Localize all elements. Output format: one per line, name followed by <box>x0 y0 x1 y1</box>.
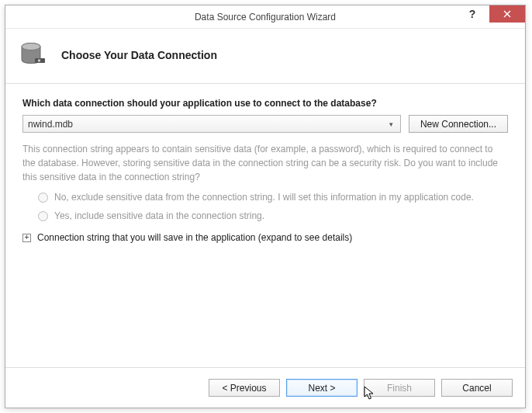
wizard-content: Which data connection should your applic… <box>5 84 525 367</box>
expander-label: Connection string that you will save in … <box>37 232 352 243</box>
svg-point-3 <box>22 43 40 50</box>
svg-rect-5 <box>35 58 37 63</box>
connection-dropdown[interactable]: nwind.mdb ▾ <box>22 115 401 133</box>
new-connection-label: New Connection... <box>420 119 496 130</box>
finish-button: Finish <box>364 379 435 397</box>
connection-string-expander[interactable]: + Connection string that you will save i… <box>22 232 508 243</box>
next-button[interactable]: Next > <box>286 379 358 397</box>
window-title: Data Source Configuration Wizard <box>195 12 336 23</box>
wizard-header: Choose Your Data Connection <box>5 29 525 84</box>
radio-exclude-sensitive: No, exclude sensitive data from the conn… <box>38 192 508 203</box>
cancel-label: Cancel <box>462 383 491 394</box>
svg-rect-6 <box>38 60 40 62</box>
cancel-button[interactable]: Cancel <box>441 379 513 397</box>
previous-button[interactable]: < Previous <box>209 379 280 397</box>
close-icon <box>503 10 511 18</box>
sensitive-radio-group: No, exclude sensitive data from the conn… <box>22 192 508 221</box>
radio-icon <box>38 193 48 203</box>
wizard-footer: < Previous Next > Finish Cancel <box>5 367 525 408</box>
chevron-down-icon: ▾ <box>385 117 399 130</box>
wizard-window: Data Source Configuration Wizard ? Choos… <box>5 5 526 408</box>
page-title: Choose Your Data Connection <box>61 49 217 61</box>
finish-label: Finish <box>387 383 412 394</box>
svg-rect-4 <box>36 58 45 63</box>
sensitive-data-info: This connection string appears to contai… <box>22 142 508 184</box>
help-button[interactable]: ? <box>455 5 489 23</box>
titlebar: Data Source Configuration Wizard ? <box>5 5 525 29</box>
connection-question: Which data connection should your applic… <box>22 98 508 109</box>
connection-row: nwind.mdb ▾ New Connection... <box>22 115 508 133</box>
radio-yes-label: Yes, include sensitive data in the conne… <box>54 210 264 221</box>
expand-plus-icon: + <box>22 234 31 242</box>
radio-include-sensitive: Yes, include sensitive data in the conne… <box>38 210 508 221</box>
new-connection-button[interactable]: New Connection... <box>409 115 508 133</box>
database-icon <box>19 41 47 69</box>
radio-no-label: No, exclude sensitive data from the conn… <box>54 192 474 203</box>
radio-icon <box>38 211 48 221</box>
previous-label: < Previous <box>222 383 266 394</box>
titlebar-controls: ? <box>455 5 525 28</box>
connection-dropdown-value: nwind.mdb <box>28 119 73 130</box>
next-label: Next > <box>308 383 335 394</box>
close-button[interactable] <box>489 5 525 23</box>
